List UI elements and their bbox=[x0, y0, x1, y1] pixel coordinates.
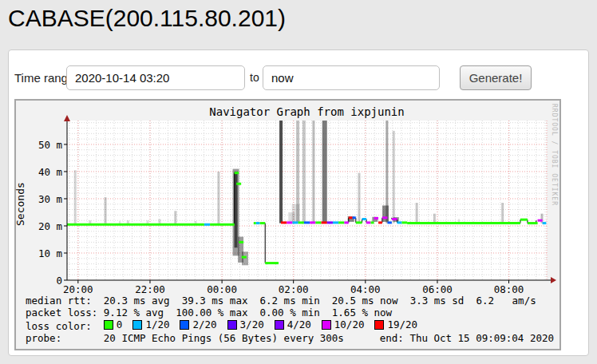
y-tick-label: 40 m bbox=[16, 166, 62, 178]
x-tick-label: 02:00 bbox=[276, 283, 311, 295]
x-tick-label: 04:00 bbox=[348, 283, 383, 295]
loss-color-swatch bbox=[275, 320, 284, 330]
x-tick-label: 00:00 bbox=[204, 283, 239, 295]
graph-legend: median rtt: 20.3 ms avg 39.3 ms max 6.2 … bbox=[26, 295, 554, 344]
end-time: end: Thu Oct 15 09:09:04 2020 bbox=[380, 332, 554, 344]
generate-button[interactable]: Generate! bbox=[460, 65, 532, 90]
loss-color-item: 4/20 bbox=[275, 318, 311, 330]
y-tick-label: 30 m bbox=[16, 193, 62, 205]
loss-color-item: 0 bbox=[104, 318, 123, 330]
loss-color-item: 3/20 bbox=[227, 318, 264, 330]
probe-line: probe: 20 ICMP Echo Pings (56 Bytes) eve… bbox=[26, 332, 554, 344]
loss-color-items: 01/202/203/204/2010/2019/20 bbox=[104, 320, 428, 332]
loss-color-swatch bbox=[227, 320, 237, 330]
loss-color-item: 2/20 bbox=[180, 318, 216, 330]
page-title: CABASE(200.115.80.201) bbox=[8, 5, 286, 32]
loss-color-swatch bbox=[132, 320, 142, 330]
y-tick-label: 50 m bbox=[16, 139, 62, 151]
time-range-start-input[interactable] bbox=[66, 65, 245, 90]
loss-color-label: loss color: bbox=[26, 320, 104, 332]
loss-color-swatch bbox=[104, 320, 113, 330]
loss-color-item: 19/20 bbox=[374, 318, 417, 330]
loss-color-swatch bbox=[322, 320, 331, 330]
packet-loss-line: packet loss: 9.12 % avg 100.00 % max 0.0… bbox=[26, 307, 554, 318]
median-rtt-line: median rtt: 20.3 ms avg 39.3 ms max 6.2 … bbox=[26, 295, 554, 307]
x-tick-label: 20:00 bbox=[61, 283, 96, 295]
x-tick-label: 06:00 bbox=[420, 283, 455, 295]
loss-color-line: loss color: 01/202/203/204/2010/2019/20 bbox=[26, 318, 554, 332]
to-label: to bbox=[250, 71, 259, 84]
loss-color-swatch bbox=[180, 320, 189, 330]
time-range-end-input[interactable] bbox=[263, 65, 440, 90]
rrdtool-watermark: RRDTOOL / TOBI OETIKER bbox=[551, 104, 558, 206]
chart-title: Navigator Graph from ixpjunin bbox=[67, 105, 547, 118]
y-tick-label: 10 m bbox=[16, 247, 62, 259]
probe-text: probe: 20 ICMP Echo Pings (56 Bytes) eve… bbox=[26, 332, 344, 344]
x-tick-label: 08:00 bbox=[492, 283, 527, 295]
x-tick-label: 22:00 bbox=[132, 283, 168, 295]
loss-color-item: 1/20 bbox=[132, 318, 169, 330]
y-tick-label: 20 m bbox=[16, 220, 62, 232]
content-panel: Time range: to Generate! Navigator Graph… bbox=[8, 49, 589, 356]
y-tick-label: 0 bbox=[16, 275, 62, 287]
loss-color-swatch bbox=[374, 320, 384, 330]
loss-color-item: 10/20 bbox=[322, 318, 365, 330]
graph-image: Navigator Graph from ixpjunin Seconds RR… bbox=[14, 99, 561, 350]
